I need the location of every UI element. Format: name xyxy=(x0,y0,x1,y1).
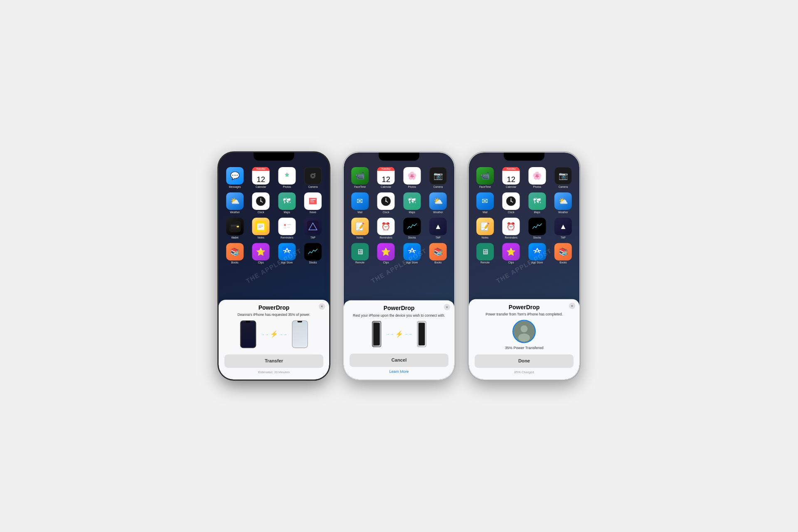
clock-icon-3 xyxy=(502,192,520,210)
app-photos-2[interactable]: 🌸 Photos xyxy=(401,167,424,188)
app-calendar-3[interactable]: Tuesday 12 Calendar xyxy=(500,167,523,188)
app-photos[interactable]: Photos xyxy=(276,167,299,188)
app-notes-2[interactable]: 📝 Notes xyxy=(348,218,372,239)
app-camera[interactable]: Camera xyxy=(301,167,325,188)
app-itunes[interactable]: ⭐ Clips xyxy=(249,243,273,264)
app-weather-3[interactable]: ⛅ Weather xyxy=(552,192,575,214)
app-screen-3[interactable]: 🖥 Remote xyxy=(473,243,497,264)
app-facetime-2[interactable]: 📹 FaceTime xyxy=(348,167,372,188)
weather-icon-2: ⛅ xyxy=(429,192,447,210)
app-facetime-3[interactable]: 📹 FaceTime xyxy=(473,167,497,188)
learn-more-link[interactable]: Learn More xyxy=(350,369,448,374)
app-camera-3[interactable]: 📷 Camera xyxy=(552,167,575,188)
user-avatar xyxy=(512,320,536,343)
transfer-illustration-1: →→ ⚡ →→ xyxy=(224,320,323,348)
calendar-label: Calendar xyxy=(256,185,266,188)
svg-rect-2 xyxy=(308,170,318,181)
app-reminders[interactable]: Reminders xyxy=(276,218,299,239)
calendar-date-2: 12 xyxy=(382,176,390,183)
calendar-day-3: Tuesday xyxy=(502,167,520,171)
calendar-date: 12 xyxy=(257,176,265,183)
app-wallet[interactable]: Wallet xyxy=(223,218,246,239)
done-button[interactable]: Done xyxy=(475,355,574,368)
svg-point-38 xyxy=(385,201,387,202)
svg-rect-13 xyxy=(310,201,314,201)
app-clock-3[interactable]: Clock xyxy=(500,192,523,214)
svg-rect-14 xyxy=(310,202,315,202)
app-screen[interactable]: 🖥 Remote xyxy=(348,243,372,264)
messages-label: Messages xyxy=(229,185,241,188)
app-photos-3[interactable]: 🌸 Photos xyxy=(526,167,549,188)
svg-rect-18 xyxy=(236,226,239,227)
app-stocks[interactable]: Stocks xyxy=(301,243,325,264)
app-books-2[interactable]: 📚 Books xyxy=(426,243,450,264)
notch-2 xyxy=(379,153,419,161)
photos-icon xyxy=(278,167,296,185)
app-weather[interactable]: ⛅ Weather xyxy=(223,192,246,214)
svg-rect-28 xyxy=(287,227,290,227)
stocks-label: Stocks xyxy=(309,261,317,264)
calendar-label-3: Calendar xyxy=(506,185,517,188)
photos-label-3: Photos xyxy=(533,185,542,188)
app-news[interactable]: News xyxy=(301,192,325,214)
app-tap-2[interactable]: ▲ TAP xyxy=(426,218,450,239)
close-button-2[interactable]: ✕ xyxy=(444,304,450,310)
app-notes-3[interactable]: 📝 Notes xyxy=(473,218,497,239)
news-label: News xyxy=(310,211,316,214)
app-weather-2[interactable]: ⛅ Weather xyxy=(426,192,450,214)
app-notes[interactable]: Notes xyxy=(249,218,273,239)
app-maps[interactable]: 🗺 Maps xyxy=(276,192,299,214)
app-messages[interactable]: 💬 Messages xyxy=(223,167,246,188)
app-reminders-3[interactable]: ⏰ Reminders xyxy=(500,218,523,239)
phone-screen-1: 💬 Messages Tuesday 12 Calendar xyxy=(219,153,329,379)
maps-label-3: Maps xyxy=(534,211,540,214)
camera-icon xyxy=(304,167,322,185)
app-calendar-2[interactable]: Tuesday 12 Calendar xyxy=(374,167,398,188)
app-appstore-2[interactable]: App Store xyxy=(401,243,424,264)
modal-footer-3: 85% Charged xyxy=(475,370,574,374)
phone-frame-1: 💬 Messages Tuesday 12 Calendar xyxy=(219,153,329,379)
app-stocks-3[interactable]: Stocks xyxy=(526,218,549,239)
app-camera-2[interactable]: 📷 Camera xyxy=(426,167,450,188)
reminders-icon-3: ⏰ xyxy=(502,218,520,235)
app-tap-3[interactable]: ▲ TAP xyxy=(552,218,575,239)
app-books-3[interactable]: 📚 Books xyxy=(552,243,575,264)
app-maps-3[interactable]: 🗺 Maps xyxy=(526,192,549,214)
close-button-1[interactable]: ✕ xyxy=(319,303,325,310)
app-mail-3[interactable]: ✉ Mail xyxy=(473,192,497,214)
svg-rect-29 xyxy=(307,221,319,232)
svg-rect-22 xyxy=(259,226,263,227)
app-star-3[interactable]: ⭐ Clips xyxy=(500,243,523,264)
app-star-2[interactable]: ⭐ Clips xyxy=(374,243,398,264)
books-label-2: Books xyxy=(434,261,442,264)
app-clock-2[interactable]: Clock xyxy=(374,192,398,214)
screen-icon-3: 🖥 xyxy=(476,243,494,261)
facetime-icon-3: 📹 xyxy=(476,167,494,185)
star-label-3: Clips xyxy=(508,261,514,264)
app-appstore-3[interactable]: App Store xyxy=(526,243,549,264)
app-grid-1: 💬 Messages Tuesday 12 Calendar xyxy=(219,164,329,267)
tap-icon-3: ▲ xyxy=(554,218,572,235)
app-books[interactable]: 📚 Books xyxy=(223,243,246,264)
app-calendar[interactable]: Tuesday 12 Calendar xyxy=(249,167,273,188)
weather-label-2: Weather xyxy=(433,211,443,214)
clock-icon xyxy=(252,192,270,210)
close-button-3[interactable]: ✕ xyxy=(569,303,575,309)
powerdrop-modal-2: ✕ PowerDrop Rest your iPhone upon the de… xyxy=(344,300,454,379)
app-maps-2[interactable]: 🗺 Maps xyxy=(401,192,424,214)
books-icon-2: 📚 xyxy=(429,243,447,261)
cancel-button[interactable]: Cancel xyxy=(350,354,448,367)
photos-label-2: Photos xyxy=(408,185,416,188)
transfer-button[interactable]: Transfer xyxy=(224,355,323,368)
app-clock[interactable]: Clock xyxy=(249,192,273,214)
stocks-label-3: Stocks xyxy=(533,236,541,239)
app-reminders-2[interactable]: ⏰ Reminders xyxy=(374,218,398,239)
app-tap[interactable]: TAP xyxy=(301,218,325,239)
svg-point-10 xyxy=(260,201,261,202)
app-mail-2[interactable]: ✉ Mail xyxy=(348,192,372,214)
app-appstore[interactable]: App Store xyxy=(276,243,299,264)
app-stocks-2[interactable]: Stocks xyxy=(401,218,424,239)
stocks-label-2: Stocks xyxy=(408,236,416,239)
place-illustration: →→ ⚡ →→ xyxy=(350,321,448,347)
maps-icon-3: 🗺 xyxy=(528,192,546,210)
